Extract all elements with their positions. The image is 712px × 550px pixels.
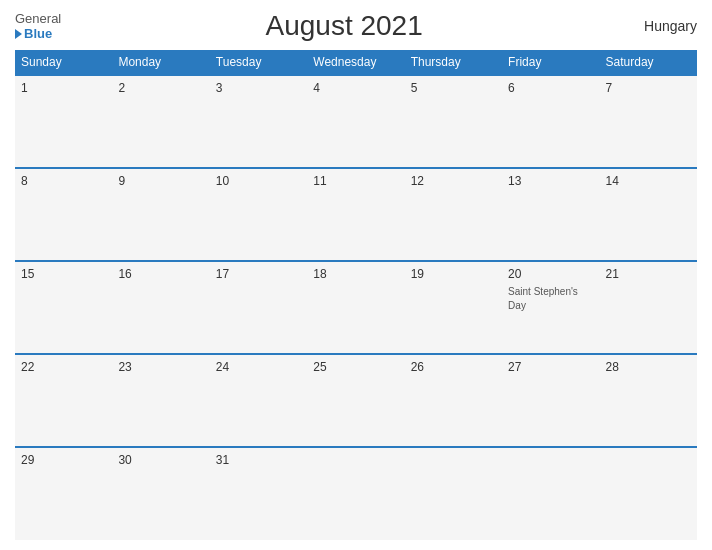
table-row: 18 [307,261,404,354]
table-row: 21 [600,261,697,354]
table-row: 14 [600,168,697,261]
table-row: 20Saint Stephen's Day [502,261,599,354]
day-number: 19 [411,267,496,281]
header-sunday: Sunday [15,50,112,75]
table-row: 2 [112,75,209,168]
header-tuesday: Tuesday [210,50,307,75]
table-row: 24 [210,354,307,447]
header-saturday: Saturday [600,50,697,75]
table-row: 4 [307,75,404,168]
day-number: 7 [606,81,691,95]
calendar-week-row: 1234567 [15,75,697,168]
day-number: 1 [21,81,106,95]
logo-blue-text: Blue [15,26,52,41]
day-number: 4 [313,81,398,95]
day-number: 29 [21,453,106,467]
day-number: 18 [313,267,398,281]
day-number: 16 [118,267,203,281]
table-row: 7 [600,75,697,168]
days-header-row: Sunday Monday Tuesday Wednesday Thursday… [15,50,697,75]
table-row: 25 [307,354,404,447]
day-number: 9 [118,174,203,188]
table-row: 28 [600,354,697,447]
day-number: 30 [118,453,203,467]
table-row: 8 [15,168,112,261]
day-number: 28 [606,360,691,374]
table-row: 6 [502,75,599,168]
holiday-name: Saint Stephen's Day [508,286,578,311]
table-row [600,447,697,540]
header-thursday: Thursday [405,50,502,75]
logo-general-text: General [15,11,61,26]
header-friday: Friday [502,50,599,75]
day-number: 5 [411,81,496,95]
table-row: 15 [15,261,112,354]
day-number: 10 [216,174,301,188]
table-row: 11 [307,168,404,261]
table-row: 26 [405,354,502,447]
table-row: 3 [210,75,307,168]
day-number: 23 [118,360,203,374]
day-number: 8 [21,174,106,188]
table-row: 27 [502,354,599,447]
day-number: 21 [606,267,691,281]
table-row: 12 [405,168,502,261]
table-row: 10 [210,168,307,261]
table-row: 1 [15,75,112,168]
header-monday: Monday [112,50,209,75]
logo: General Blue [15,11,61,41]
day-number: 20 [508,267,593,281]
day-number: 31 [216,453,301,467]
day-number: 14 [606,174,691,188]
day-number: 12 [411,174,496,188]
table-row [405,447,502,540]
calendar-week-row: 151617181920Saint Stephen's Day21 [15,261,697,354]
day-number: 3 [216,81,301,95]
country-label: Hungary [627,18,697,34]
day-number: 24 [216,360,301,374]
table-row: 9 [112,168,209,261]
day-number: 26 [411,360,496,374]
header: General Blue August 2021 Hungary [15,10,697,42]
calendar-week-row: 293031 [15,447,697,540]
table-row: 29 [15,447,112,540]
table-row [307,447,404,540]
table-row [502,447,599,540]
logo-triangle-icon [15,29,22,39]
header-wednesday: Wednesday [307,50,404,75]
table-row: 19 [405,261,502,354]
day-number: 13 [508,174,593,188]
calendar-table: Sunday Monday Tuesday Wednesday Thursday… [15,50,697,540]
day-number: 17 [216,267,301,281]
table-row: 5 [405,75,502,168]
table-row: 22 [15,354,112,447]
day-number: 22 [21,360,106,374]
table-row: 30 [112,447,209,540]
table-row: 31 [210,447,307,540]
day-number: 15 [21,267,106,281]
calendar-week-row: 22232425262728 [15,354,697,447]
month-title: August 2021 [61,10,627,42]
table-row: 17 [210,261,307,354]
day-number: 25 [313,360,398,374]
day-number: 2 [118,81,203,95]
table-row: 23 [112,354,209,447]
table-row: 13 [502,168,599,261]
day-number: 6 [508,81,593,95]
table-row: 16 [112,261,209,354]
calendar-container: General Blue August 2021 Hungary Sunday … [0,0,712,550]
calendar-week-row: 891011121314 [15,168,697,261]
day-number: 27 [508,360,593,374]
day-number: 11 [313,174,398,188]
